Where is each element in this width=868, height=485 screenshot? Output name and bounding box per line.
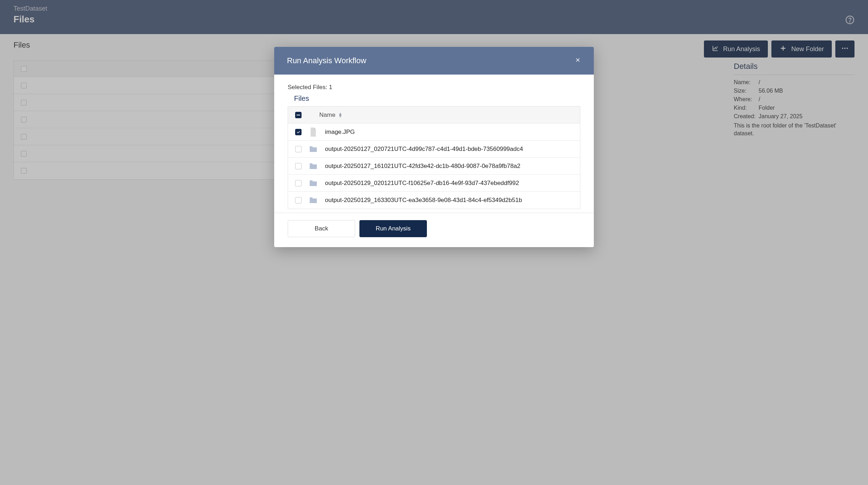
modal-table-header: Name ▲▼ — [288, 107, 580, 124]
modal-title: Run Analysis Workflow — [287, 56, 366, 65]
file-icon — [309, 127, 318, 137]
row-checkbox[interactable] — [295, 163, 302, 169]
file-name: output-20250129_020121UTC-f10625e7-db16-… — [325, 180, 573, 187]
modal-overlay[interactable]: Run Analysis Workflow Selected Files: 1 … — [0, 0, 868, 485]
back-button[interactable]: Back — [288, 220, 355, 237]
name-column-label: Name — [319, 111, 335, 119]
selected-files-count: Selected Files: 1 — [288, 84, 580, 91]
modal-files-heading: Files — [294, 94, 580, 103]
modal-file-row[interactable]: image.JPG — [288, 124, 580, 141]
run-analysis-submit-button[interactable]: Run Analysis — [359, 220, 427, 237]
modal-file-table: Name ▲▼ image.JPG — [288, 106, 580, 209]
row-checkbox[interactable] — [295, 197, 302, 203]
row-checkbox[interactable] — [295, 146, 302, 152]
folder-icon — [309, 197, 318, 204]
name-column-header[interactable]: Name ▲▼ — [319, 111, 342, 119]
sort-icon: ▲▼ — [338, 113, 342, 118]
row-checkbox[interactable] — [295, 129, 302, 135]
modal-file-row[interactable]: output-20250127_161021UTC-42fd3e42-dc1b-… — [288, 158, 580, 175]
file-name: output-20250129_163303UTC-ea3e3658-9e08-… — [325, 197, 573, 204]
modal-file-row[interactable]: output-20250129_163303UTC-ea3e3658-9e08-… — [288, 192, 580, 209]
file-name: output-20250127_020721UTC-4d99c787-c4d1-… — [325, 146, 573, 153]
modal-footer: Back Run Analysis — [274, 213, 594, 247]
folder-icon — [309, 180, 318, 187]
modal-file-row[interactable]: output-20250129_020121UTC-f10625e7-db16-… — [288, 175, 580, 192]
close-icon[interactable] — [575, 57, 581, 65]
modal-header: Run Analysis Workflow — [274, 47, 594, 75]
file-name: image.JPG — [325, 129, 573, 136]
folder-icon — [309, 146, 318, 153]
modal-file-row[interactable]: output-20250127_020721UTC-4d99c787-c4d1-… — [288, 141, 580, 158]
row-checkbox[interactable] — [295, 180, 302, 186]
file-name: output-20250127_161021UTC-42fd3e42-dc1b-… — [325, 163, 573, 170]
folder-icon — [309, 163, 318, 170]
select-all-checkbox[interactable] — [295, 112, 302, 118]
run-analysis-modal: Run Analysis Workflow Selected Files: 1 … — [274, 47, 594, 247]
